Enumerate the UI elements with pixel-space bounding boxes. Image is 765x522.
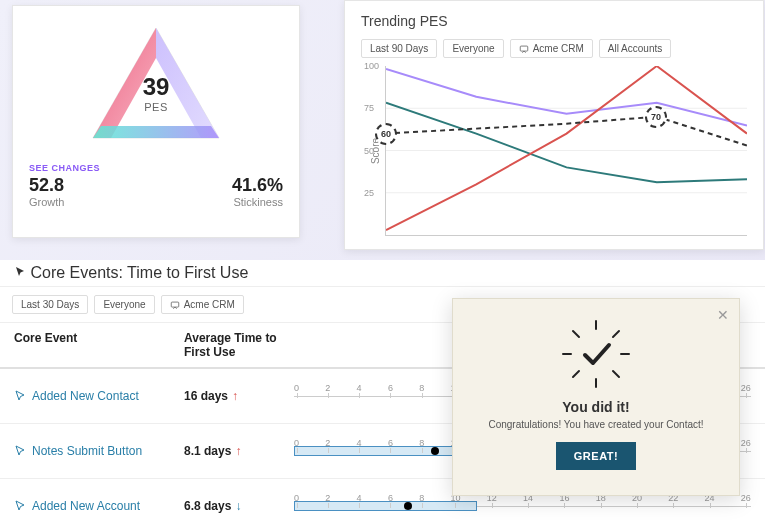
col-core-event: Core Event — [14, 331, 184, 359]
message-icon — [170, 300, 180, 310]
axis-tick: 2 — [325, 493, 330, 503]
filter-chip[interactable]: Everyone — [94, 295, 154, 314]
success-burst-icon — [561, 319, 631, 389]
col-avg-time: Average Time to First Use — [184, 331, 294, 359]
marker-b: 70 — [645, 106, 667, 128]
axis-tick: 6 — [388, 493, 393, 503]
pointer-icon — [14, 390, 26, 402]
stickiness-value: 41.6% — [232, 175, 283, 196]
axis-tick: 8 — [419, 493, 424, 503]
axis-tick: 6 — [388, 438, 393, 448]
stickiness-metric: 41.6% Stickiness — [232, 175, 283, 208]
y-tick: 25 — [364, 188, 374, 198]
svg-line-15 — [613, 331, 619, 337]
filter-chip[interactable]: Last 90 Days — [361, 39, 437, 58]
trending-pes-card: Trending PES Last 90 Days Everyone Acme … — [344, 0, 764, 250]
filter-chip[interactable]: Acme CRM — [161, 295, 244, 314]
axis-tick: 0 — [294, 383, 299, 393]
pes-card: 39 PES SEE CHANGES 52.8 Growth 41.6% Sti… — [12, 5, 300, 238]
arrow-up-icon: ↑ — [232, 389, 238, 403]
filter-chip[interactable]: All Accounts — [599, 39, 671, 58]
y-tick: 100 — [364, 61, 379, 71]
axis-tick: 2 — [325, 383, 330, 393]
great-button[interactable]: GREAT! — [556, 442, 636, 470]
y-tick: 75 — [364, 103, 374, 113]
svg-line-14 — [613, 371, 619, 377]
y-tick: 50 — [364, 146, 374, 156]
core-events-title: Core Events: Time to First Use — [0, 260, 765, 286]
line-chart-svg — [386, 66, 747, 235]
axis-tick: 0 — [294, 493, 299, 503]
svg-line-13 — [573, 331, 579, 337]
pes-value: 39 — [143, 73, 170, 101]
trending-title: Trending PES — [361, 13, 747, 29]
filter-chip[interactable]: Everyone — [443, 39, 503, 58]
pointer-icon — [14, 500, 26, 512]
axis-tick: 26 — [741, 383, 751, 393]
svg-rect-4 — [520, 46, 528, 51]
svg-line-16 — [573, 371, 579, 377]
cursor-icon — [14, 266, 26, 278]
pes-triangle-chart: 39 PES — [81, 18, 231, 148]
arrow-down-icon: ↓ — [235, 499, 241, 513]
pes-label: PES — [143, 101, 170, 113]
axis-tick: 4 — [357, 383, 362, 393]
marker-a: 60 — [375, 123, 397, 145]
avg-value: 16 days↑ — [184, 389, 294, 403]
growth-label: Growth — [29, 196, 64, 208]
modal-title: You did it! — [467, 399, 725, 415]
filter-chip[interactable]: Last 30 Days — [12, 295, 88, 314]
growth-value: 52.8 — [29, 175, 64, 196]
axis-tick: 4 — [357, 493, 362, 503]
trending-line-chart: Score 100 75 50 25 60 70 — [385, 66, 747, 236]
stickiness-label: Stickiness — [232, 196, 283, 208]
avg-value: 8.1 days↑ — [184, 444, 294, 458]
pointer-icon — [14, 445, 26, 457]
axis-tick: 6 — [388, 383, 393, 393]
arrow-up-icon: ↑ — [235, 444, 241, 458]
svg-marker-3 — [93, 126, 219, 138]
avg-value: 6.8 days↓ — [184, 499, 294, 513]
close-icon[interactable]: ✕ — [717, 307, 729, 323]
event-link[interactable]: Added New Contact — [14, 389, 184, 403]
svg-rect-8 — [171, 302, 179, 307]
growth-metric: 52.8 Growth — [29, 175, 64, 208]
axis-tick: 4 — [357, 438, 362, 448]
axis-tick: 8 — [419, 438, 424, 448]
message-icon — [519, 44, 529, 54]
axis-tick: 2 — [325, 438, 330, 448]
axis-tick: 26 — [741, 493, 751, 503]
axis-tick: 8 — [419, 383, 424, 393]
axis-tick: 0 — [294, 438, 299, 448]
event-link[interactable]: Added New Account — [14, 499, 184, 513]
see-changes-link[interactable]: SEE CHANGES — [29, 163, 283, 173]
trending-filter-bar: Last 90 Days Everyone Acme CRM All Accou… — [361, 39, 747, 58]
modal-text: Congratulations! You have created your C… — [467, 419, 725, 430]
axis-tick: 26 — [741, 438, 751, 448]
filter-chip[interactable]: Acme CRM — [510, 39, 593, 58]
event-link[interactable]: Notes Submit Button — [14, 444, 184, 458]
success-modal: ✕ You did it! Congratulations! You have … — [452, 298, 740, 496]
